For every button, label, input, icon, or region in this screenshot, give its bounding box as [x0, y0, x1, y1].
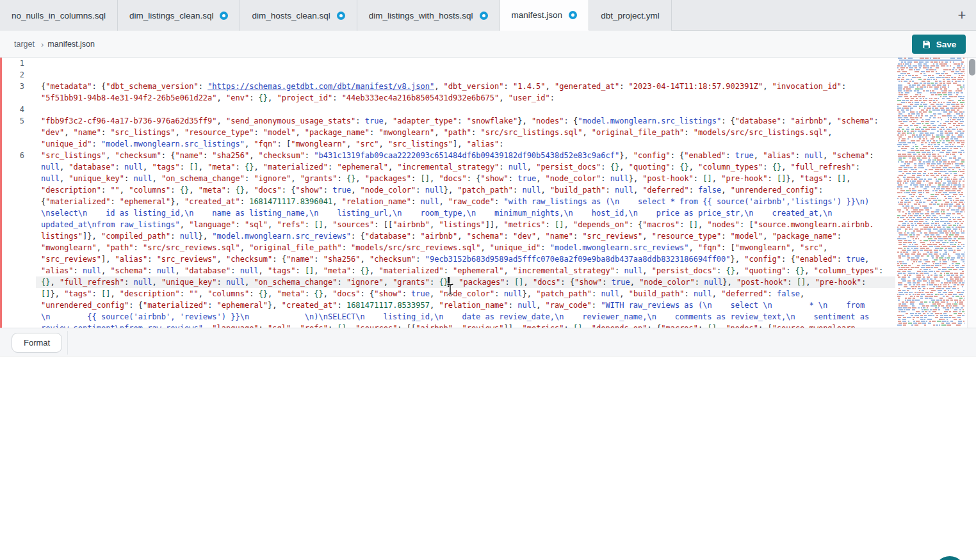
code-row[interactable]: "src_reviews"], "alias": "src_reviews", …	[36, 253, 895, 265]
code-token: "invocation_id"	[772, 82, 842, 91]
code-token: :	[411, 174, 420, 183]
code-token: \n {{ source('airbnb', 'reviews') }}\n \…	[41, 312, 869, 321]
code-token: true	[411, 289, 430, 298]
scrollbar-thumb[interactable]	[969, 59, 975, 76]
code-row[interactable]: "fbb9f3c2-cf96-4a17-b736-976a62d35ff9", …	[36, 115, 895, 127]
code-token: :	[328, 163, 337, 172]
code-token: null	[504, 289, 523, 298]
code-row[interactable]: "description": "", "columns": {}, "meta"…	[36, 184, 895, 196]
code-token: "enabled"	[684, 151, 726, 160]
code-row[interactable]	[36, 69, 895, 81]
tab-no_nulls_in_columns-sql[interactable]: no_nulls_in_columns.sql	[0, 0, 118, 31]
code-token: false	[698, 186, 721, 195]
code-token: :	[314, 255, 323, 264]
code-token: ,	[430, 301, 439, 310]
code-token: :	[115, 163, 124, 172]
code-token: :	[180, 289, 189, 298]
tab-dim_hosts_clean-sql[interactable]: dim_hosts_clean.sql	[240, 0, 357, 31]
code-token: "materialized"	[45, 197, 110, 206]
code-token: null	[508, 163, 527, 172]
code-row[interactable]: []}, "tags": [], "description": "", "col…	[36, 288, 895, 300]
code-token: :	[416, 186, 425, 195]
code-editor[interactable]: 123456 {"metadata": {"dbt_schema_version…	[0, 58, 976, 328]
code-token: :	[337, 278, 346, 287]
tab-label: dim_hosts_clean.sql	[252, 11, 330, 20]
save-button[interactable]: Save	[912, 35, 966, 54]
code-token: ,	[143, 163, 152, 172]
code-token: },	[523, 289, 537, 298]
code-token: "packages"	[459, 278, 505, 287]
code-token: "package_name"	[305, 128, 370, 137]
code-token: :	[254, 128, 263, 137]
code-row[interactable]: "unrendered_config": {"materialized": "e…	[36, 300, 895, 311]
code-token: "resource_type"	[184, 128, 254, 137]
code-token: "docs"	[533, 278, 560, 287]
code-token: []	[514, 278, 523, 287]
vertical-scrollbar[interactable]	[967, 58, 976, 328]
code-token: ,	[217, 255, 226, 264]
code-token: :	[546, 220, 555, 229]
code-token: "mwonglearn"	[291, 140, 346, 148]
footer-divider	[67, 331, 68, 355]
code-token: "5f51bb91-94b8-4e31-94f2-26b5e061d22a"	[41, 93, 217, 102]
code-row[interactable]: null, "unique_key": null, "on_schema_cha…	[36, 173, 895, 184]
code-row[interactable]: updated_at\nfrom raw_listings", "languag…	[36, 219, 895, 230]
code-token: "dev"	[41, 128, 64, 137]
code-row[interactable]: \n {{ source('airbnb', 'reviews') }}\n \…	[36, 311, 895, 323]
code-row[interactable]: "alias": null, "schema": null, "database…	[36, 265, 895, 276]
new-tab-button[interactable]: +	[948, 0, 976, 31]
tab-dbt_project-yml[interactable]: dbt_project.yml	[589, 0, 672, 31]
code-token: "resource_type"	[652, 232, 721, 241]
code-row[interactable]: "unique_id": "model.mwonglearn.src_listi…	[36, 138, 895, 150]
code-token: "pre-hook"	[815, 278, 861, 287]
code-row[interactable]: listings"]}, "compiled_path": null}, "mo…	[36, 230, 895, 242]
code-token: "post-hook"	[642, 174, 693, 183]
code-token: "alias"	[41, 266, 74, 275]
code-token: "dev"	[513, 232, 536, 241]
code-token: ,	[430, 174, 439, 183]
code-token: "pre-hook"	[721, 174, 767, 183]
code-row[interactable]: {}, "full_refresh": null, "unique_key": …	[36, 276, 895, 288]
code-token: ,	[323, 289, 332, 298]
code-token: :	[332, 93, 341, 102]
tab-manifest-json[interactable]: manifest.json	[500, 0, 590, 31]
code-token: "fqn"	[698, 243, 721, 252]
code-token: : [	[277, 140, 291, 148]
breadcrumb-file[interactable]: manifest.json	[47, 40, 95, 49]
code-row[interactable]: \nselect\n id as listing_id,\n name as l…	[36, 207, 895, 219]
code-token: :	[513, 186, 522, 195]
code-token: ,	[259, 266, 268, 275]
tab-dim_listings_with_hosts-sql[interactable]: dim_listings_with_hosts.sql	[357, 0, 500, 31]
code-token: :	[245, 174, 254, 183]
code-token: "config"	[744, 255, 781, 264]
code-token: "with raw_listings as (\n select * from …	[504, 197, 870, 206]
code-token: "path"	[106, 243, 133, 252]
minimap[interactable]	[897, 58, 967, 328]
code-row[interactable]: review_sentiment\nfrom raw_reviews", "la…	[36, 323, 895, 328]
code-row[interactable]	[36, 58, 895, 69]
code-row[interactable]: {"metadata": {"dbt_schema_version": "htt…	[36, 81, 895, 92]
code-token: ,	[754, 151, 763, 160]
code-token: :	[342, 243, 351, 252]
breadcrumb-folder[interactable]: target	[14, 40, 35, 49]
code-token: :	[856, 163, 860, 172]
code-token: "airbnb"	[393, 220, 430, 229]
code-token: "relation_name"	[439, 301, 508, 310]
code-row[interactable]	[36, 104, 895, 115]
code-token: :	[763, 163, 772, 172]
code-row[interactable]: "mwonglearn", "path": "src/src_reviews.s…	[36, 242, 895, 253]
code-row[interactable]: "5f51bb91-94b8-4e31-94f2-26b5e061d22a", …	[36, 92, 895, 104]
code-row[interactable]: "dev", "name": "src_listings", "resource…	[36, 127, 895, 138]
code-row[interactable]: {"materialized": "ephemeral"}, "created_…	[36, 196, 895, 207]
code-token: :	[601, 163, 610, 172]
code-area[interactable]: {"metadata": {"dbt_schema_version": "htt…	[36, 58, 895, 328]
tab-dim_listings_clean-sql[interactable]: dim_listings_clean.sql	[118, 0, 240, 31]
code-token: ,	[791, 243, 800, 252]
code-token: ,	[60, 163, 69, 172]
code-row[interactable]: null, "database": null, "tags": [], "met…	[36, 161, 895, 173]
code-row[interactable]: "src_listings", "checksum": {"name": "sh…	[36, 150, 895, 161]
unsaved-changes-dot-icon	[480, 12, 488, 20]
tab-label: no_nulls_in_columns.sql	[12, 11, 106, 20]
code-token: ,	[763, 82, 772, 91]
format-button[interactable]: Format	[12, 333, 62, 353]
